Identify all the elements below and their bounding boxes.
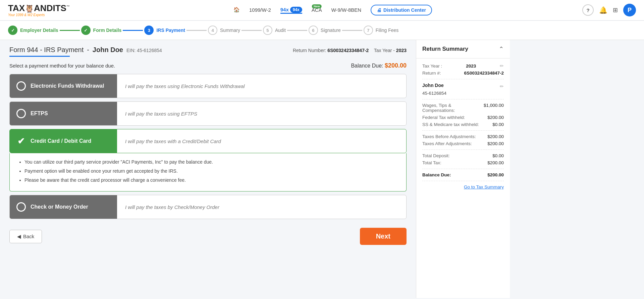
sidebar-ein-value: 45-6126854 [422,91,446,96]
logo-text: TAX🦉ANDITS™ [8,4,70,12]
step-5-circle: 5 [263,26,272,35]
step-signature[interactable]: 6 Signature [309,26,341,35]
back-label: Back [23,233,34,239]
credit-info-item-3: Please be aware that the credit card pro… [24,177,398,184]
sidebar-title: Return Summary [422,46,468,52]
nav-1099w2[interactable]: 1099/W-2 [249,7,271,13]
nav-right-icons: ? 🔔 ⊞ P [582,4,636,16]
sidebar-taxes-before-row: Taxes Before Adjustments: $200.00 [422,134,504,139]
sidebar-total-tax-label: Total Tax: [422,160,441,165]
sidebar-divider-4 [422,150,504,150]
distribution-center-button[interactable]: 🖨 Distribution Center [371,5,432,15]
sidebar-taxes-after-row: Taxes After Adjustments: $200.00 [422,141,504,146]
step-form-details[interactable]: ✓ Form Details [81,26,122,35]
step-7-label: Filing Fees [376,28,398,33]
option-efw-desc: I will pay the taxes using Electronic Fu… [117,83,406,89]
nav-home[interactable]: 🏠 [233,7,240,13]
credit-info-box: You can utilize our third party service … [9,153,407,191]
sidebar-wages-row: Wages, Tips & Compensations: $1,000.00 [422,103,504,113]
step-filing-fees[interactable]: 7 Filing Fees [364,26,398,35]
sidebar-divider-6 [422,181,504,181]
back-button[interactable]: ◀ Back [9,230,42,243]
payment-option-efw[interactable]: Electronic Funds Withdrawal I will pay t… [9,74,407,98]
step-employer-details[interactable]: ✓ Employer Details [8,26,58,35]
step-1-label: Employer Details [20,28,58,33]
user-avatar-button[interactable]: P [623,4,636,16]
payment-option-eftps[interactable]: EFTPS I will pay the taxes using EFTPS [9,101,407,126]
sidebar-balance-due-value: $200.00 [487,172,504,177]
sidebar-taxes-after-label: Taxes After Adjustments: [422,141,472,146]
home-icon: 🏠 [233,7,240,13]
sidebar-collapse-button[interactable]: ⌃ [499,45,504,53]
title-underline [9,56,70,57]
sidebar-divider-1 [422,79,504,79]
balance-header: Select a payment method for your balance… [9,62,407,69]
option-check-radio [16,202,26,212]
go-to-tax-summary-link[interactable]: Go to Tax Summary [422,184,504,189]
logo-subtitle: Your 1099 & W2 Experts [8,13,45,17]
logo-tax: TAX [8,3,25,13]
nav-94x-label: 94x [280,7,289,12]
step-summary[interactable]: 4 Summary [208,26,240,35]
credit-info-item-2: Payment option will be enabled once your… [24,168,398,175]
step-audit[interactable]: 5 Audit [263,26,286,35]
page-person-name: John Doe [93,46,123,54]
sidebar-taxes-before-value: $200.00 [487,134,504,139]
footer-bar: ◀ Back Next [9,222,407,250]
nav-w9w8ben[interactable]: W-9/W-8BEN [331,7,361,13]
sidebar-divider-5 [422,169,504,169]
step-3-circle: 3 [144,26,154,35]
return-number-value: 6S003242334847-2 [327,48,369,53]
logo-bandits: ANDITS [34,3,66,13]
sidebar-return-label: Return #: [422,71,441,76]
step-line-6 [342,30,362,31]
sidebar-total-deposit-value: $0.00 [492,153,504,158]
sidebar-taxes-after-value: $200.00 [487,141,504,146]
balance-due-label: Balance Due: [351,63,383,69]
sidebar-divider-2 [422,99,504,99]
option-credit-check-icon: ✔ [17,136,25,146]
credit-info-list: You can utilize our third party service … [18,159,398,184]
option-check-desc: I will pay the taxes by Check/Money Orde… [117,204,406,210]
next-button[interactable]: Next [360,228,407,245]
apps-grid-button[interactable]: ⊞ [613,6,618,14]
sidebar-person-edit-button[interactable]: ✏ [500,84,504,89]
page-person-separator: - [87,46,89,54]
logo-tm: ™ [66,5,70,8]
option-efw-radio [16,81,26,91]
step-6-circle: 6 [309,26,318,35]
sidebar-header: Return Summary ⌃ [416,40,510,58]
notifications-button[interactable]: 🔔 [599,6,607,14]
step-line-3 [186,30,207,31]
balance-due-section: Balance Due: $200.00 [351,62,407,69]
step-4-label: Summary [220,28,240,33]
step-6-label: Signature [321,28,341,33]
step-irs-payment[interactable]: 3 IRS Payment [144,26,185,35]
option-credit-label: ✔ Credit Card / Debit Card [10,129,117,153]
payment-option-check[interactable]: Check or Money Order I will pay the taxe… [9,195,407,219]
step-5-label: Audit [275,28,286,33]
option-eftps-title: EFTPS [31,111,48,117]
sidebar-total-tax-value: $200.00 [487,160,504,165]
payment-option-credit[interactable]: ✔ Credit Card / Debit Card I will pay th… [9,129,407,153]
step-line-1 [60,30,80,31]
balance-text: Select a payment method for your balance… [9,63,115,69]
sidebar-ss-medicare-value: $0.00 [492,122,504,127]
sidebar-federal-tax-row: Federal Tax withheld: $200.00 [422,115,504,120]
help-button[interactable]: ? [582,4,594,16]
sidebar-tax-year-value: 2023 [466,63,476,69]
nav-w9w8ben-label: W-9/W-8BEN [331,7,361,13]
nav-aca-new-badge: New [312,4,322,8]
main-layout: Form 944 - IRS Payment - John Doe EIN: 4… [0,40,644,298]
balance-due-amount: $200.00 [385,62,407,69]
sidebar-wages-label: Wages, Tips & Compensations: [422,103,484,113]
nav-94x[interactable]: 94x 94x [280,7,302,14]
sidebar-body: Tax Year : 2023 ✏ Return #: 6S0032423348… [416,58,510,194]
sidebar-tax-year-edit-button[interactable]: ✏ [500,63,504,69]
logo: TAX🦉ANDITS™ Your 1099 & W2 Experts [8,4,70,17]
option-efw-title: Electronic Funds Withdrawal [31,83,104,89]
step-2-circle: ✓ [81,26,91,35]
sidebar-federal-tax-label: Federal Tax withheld: [422,115,465,120]
page-title-right: Return Number: 6S003242334847-2 Tax Year… [293,48,407,53]
back-arrow-icon: ◀ [17,233,21,240]
